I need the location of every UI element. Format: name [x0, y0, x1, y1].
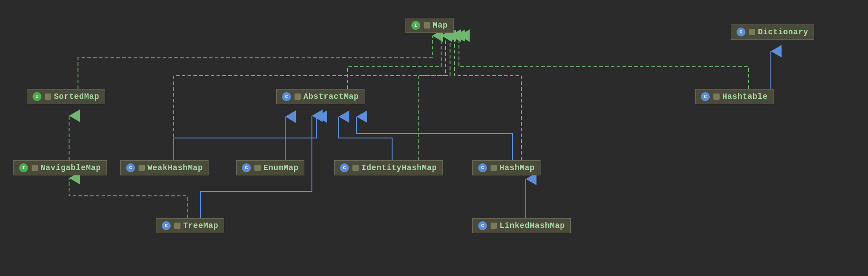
weakhashmap-icon	[139, 165, 145, 171]
sortedmap-badge: I	[33, 92, 41, 101]
map-icon	[424, 22, 430, 28]
hashmap-badge: C	[478, 163, 487, 172]
treemap-icon	[174, 223, 180, 229]
enummap-node: C EnumMap	[236, 160, 304, 175]
weakhashmap-badge: C	[126, 163, 135, 172]
navigablemap-node: I NavigableMap	[13, 160, 107, 175]
hashtable-badge: C	[701, 92, 710, 101]
abstractmap-icon	[295, 93, 301, 100]
hashtable-node: C Hashtable	[695, 89, 774, 104]
identityhashmap-badge: C	[340, 163, 349, 172]
enummap-badge: C	[242, 163, 251, 172]
linkedhashmap-node: C LinkedHashMap	[472, 218, 571, 233]
linkedhashmap-badge: C	[478, 221, 487, 230]
map-node: I Map	[405, 18, 454, 33]
linkedhashmap-icon	[491, 223, 497, 229]
hashmap-node: C HashMap	[472, 160, 540, 175]
abstractmap-badge: C	[282, 92, 291, 101]
treemap-node: C TreeMap	[156, 218, 224, 233]
dictionary-label: Dictionary	[758, 28, 808, 37]
identityhashmap-node: C IdentityHashMap	[334, 160, 443, 175]
enummap-icon	[254, 165, 261, 171]
sortedmap-label: SortedMap	[54, 92, 99, 101]
hashmap-icon	[491, 165, 497, 171]
dictionary-badge: C	[737, 28, 745, 37]
sortedmap-icon	[45, 93, 51, 100]
abstractmap-label: AbstractMap	[303, 92, 359, 101]
identityhashmap-label: IdentityHashMap	[361, 163, 437, 172]
linkedhashmap-label: LinkedHashMap	[500, 221, 565, 230]
dictionary-node: C Dictionary	[731, 24, 814, 40]
hashtable-label: Hashtable	[722, 92, 768, 101]
dictionary-icon	[749, 29, 755, 35]
map-label: Map	[433, 21, 448, 30]
weakhashmap-label: WeakHashMap	[147, 163, 203, 172]
abstractmap-node: C AbstractMap	[276, 89, 364, 104]
navigablemap-icon	[32, 165, 38, 171]
map-badge: I	[411, 21, 420, 30]
hashmap-label: HashMap	[500, 163, 535, 172]
sortedmap-node: I SortedMap	[27, 89, 105, 104]
identityhashmap-icon	[352, 165, 359, 171]
navigablemap-label: NavigableMap	[41, 163, 101, 172]
enummap-label: EnumMap	[263, 163, 299, 172]
navigablemap-badge: I	[19, 163, 28, 172]
weakhashmap-node: C WeakHashMap	[120, 160, 209, 175]
hashtable-icon	[713, 93, 720, 100]
treemap-badge: C	[162, 221, 171, 230]
treemap-label: TreeMap	[183, 221, 218, 230]
